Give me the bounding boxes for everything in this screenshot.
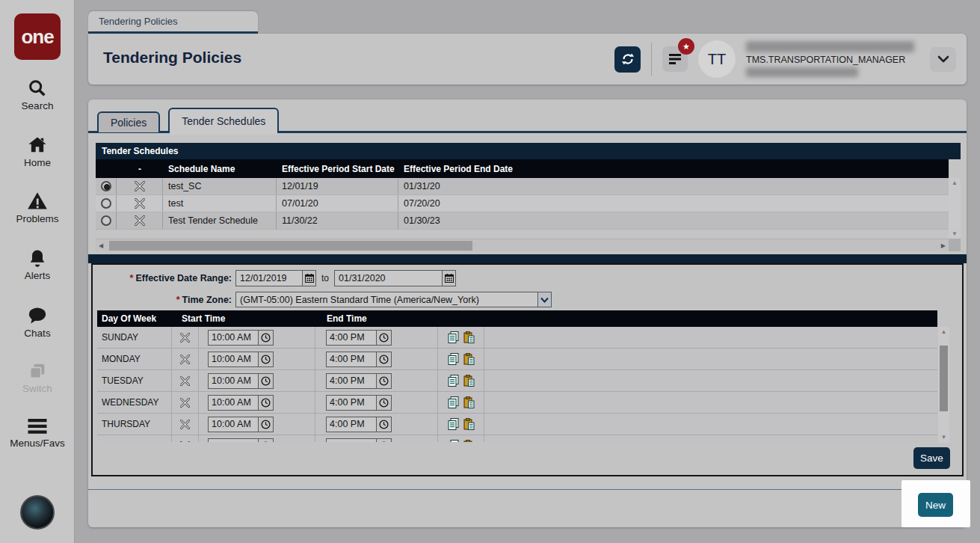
start-time-clock-button[interactable] xyxy=(259,330,274,346)
user-avatar-initials[interactable]: TT xyxy=(698,40,736,78)
paste-icon[interactable] xyxy=(463,440,475,442)
time-zone-text: Time Zone: xyxy=(182,295,232,305)
clear-row-icon[interactable] xyxy=(180,355,190,364)
vertical-scroll-thumb[interactable] xyxy=(940,346,948,411)
end-time-input[interactable] xyxy=(326,395,377,411)
start-time-input[interactable] xyxy=(208,395,259,411)
day-row: FRIDAY xyxy=(97,435,937,442)
scroll-right-icon[interactable]: ▶ xyxy=(941,242,946,249)
vertical-scrollbar[interactable]: ▲ ▼ xyxy=(949,178,961,239)
save-button[interactable]: Save xyxy=(913,447,950,469)
user-profile-avatar[interactable] xyxy=(20,495,55,530)
end-time-clock-button[interactable] xyxy=(377,330,392,346)
paste-icon[interactable] xyxy=(463,331,475,343)
clear-row-icon[interactable] xyxy=(180,333,190,343)
horizontal-scrollbar[interactable]: ◀ ▶ xyxy=(96,239,949,251)
end-time-input[interactable] xyxy=(326,373,377,389)
day-table-vertical-scrollbar[interactable]: ▲ ▼ xyxy=(938,327,949,443)
end-time-clock-button[interactable] xyxy=(377,373,392,389)
table-row[interactable]: test_SC 12/01/19 01/31/20 xyxy=(96,178,949,195)
clear-row-icon[interactable] xyxy=(180,441,190,443)
col-end-time: End Time xyxy=(315,313,367,324)
start-time-clock-button[interactable] xyxy=(259,417,274,432)
sidebar-item-home[interactable]: Home xyxy=(0,135,75,168)
copy-icon[interactable] xyxy=(448,396,459,408)
tab-tender-schedules[interactable]: Tender Schedules xyxy=(168,108,279,132)
sidebar-item-chats[interactable]: Chats xyxy=(0,305,75,339)
sidebar-item-problems[interactable]: Problems xyxy=(0,191,75,224)
paste-icon[interactable] xyxy=(463,375,475,387)
cell-day: FRIDAY xyxy=(97,435,172,442)
clock-icon xyxy=(261,355,271,364)
end-date-input[interactable] xyxy=(334,270,443,286)
end-time-clock-button[interactable] xyxy=(377,395,392,411)
copy-icon[interactable] xyxy=(448,375,459,387)
horizontal-scroll-thumb[interactable] xyxy=(109,241,472,251)
start-time-clock-button[interactable] xyxy=(259,373,274,389)
sidebar-item-menus-favs[interactable]: Menus/Favs xyxy=(0,417,75,449)
copy-icon[interactable] xyxy=(448,440,459,442)
clear-row-icon[interactable] xyxy=(180,376,190,386)
user-menu-button[interactable] xyxy=(930,47,956,72)
end-time-input[interactable] xyxy=(326,417,377,432)
clear-row-icon[interactable] xyxy=(180,398,190,408)
chevron-down-icon xyxy=(937,55,949,63)
scroll-up-icon[interactable]: ▲ xyxy=(952,180,958,186)
paste-icon[interactable] xyxy=(463,418,475,430)
delete-row-icon[interactable] xyxy=(135,181,145,191)
end-date-calendar-button[interactable] xyxy=(443,270,456,286)
start-time-clock-button[interactable] xyxy=(259,395,274,411)
start-time-input[interactable] xyxy=(208,417,259,432)
delete-row-icon[interactable] xyxy=(135,215,145,226)
workspace-tab[interactable]: Tendering Policies xyxy=(88,11,258,34)
delete-row-icon[interactable] xyxy=(135,198,145,209)
row-radio-selected[interactable] xyxy=(101,181,111,191)
paste-icon[interactable] xyxy=(463,353,475,365)
row-radio[interactable] xyxy=(101,198,111,209)
time-zone-select[interactable]: (GMT-05:00) Eastern Standard Time (Ameri… xyxy=(235,292,552,307)
cell-start-date: 07/01/20 xyxy=(277,195,398,212)
copy-icon[interactable] xyxy=(448,418,459,430)
table-row[interactable]: test 07/01/20 07/20/20 xyxy=(96,195,949,212)
tab-bar: Policies Tender Schedules xyxy=(97,108,279,132)
end-time-clock-button[interactable] xyxy=(377,352,392,367)
clear-row-icon[interactable] xyxy=(180,420,190,429)
end-time-clock-button[interactable] xyxy=(377,417,392,432)
cell-end-date: 01/31/20 xyxy=(398,178,949,194)
tender-schedules-panel-title: Tender Schedules xyxy=(96,143,961,159)
end-time-input[interactable] xyxy=(326,352,377,367)
end-time-input[interactable] xyxy=(326,438,377,443)
new-button[interactable]: New xyxy=(918,493,953,517)
one-network-logo[interactable]: one xyxy=(14,13,61,60)
paste-icon[interactable] xyxy=(463,396,475,408)
sidebar-item-search[interactable]: Search xyxy=(0,78,75,111)
start-time-input[interactable] xyxy=(208,330,259,346)
redacted-user-org xyxy=(746,67,858,77)
end-time-clock-button[interactable] xyxy=(377,438,392,443)
select-chevron-wrap[interactable] xyxy=(537,292,551,307)
sidebar-item-alerts[interactable]: Alerts xyxy=(0,248,75,281)
scroll-down-icon[interactable]: ▼ xyxy=(941,435,947,441)
start-time-input[interactable] xyxy=(208,438,259,443)
scroll-down-icon[interactable]: ▼ xyxy=(952,231,958,237)
table-row[interactable]: Test Tender Schedule 11/30/22 01/30/23 xyxy=(96,212,949,230)
start-date-input[interactable] xyxy=(235,270,303,286)
start-time-input[interactable] xyxy=(208,373,259,389)
start-time-clock-button[interactable] xyxy=(259,438,274,443)
col-schedule-name: Schedule Name xyxy=(163,159,277,178)
cell-start-date: 11/30/22 xyxy=(277,212,398,229)
screen: { "page": { "browser_tab": "Tendering Po… xyxy=(0,0,980,543)
home-icon xyxy=(27,135,48,156)
scroll-up-icon[interactable]: ▲ xyxy=(941,329,947,335)
row-radio[interactable] xyxy=(101,215,111,226)
tab-policies[interactable]: Policies xyxy=(97,111,160,132)
copy-icon[interactable] xyxy=(448,353,459,365)
copy-icon[interactable] xyxy=(448,331,459,343)
start-date-calendar-button[interactable] xyxy=(303,270,316,286)
start-time-clock-button[interactable] xyxy=(259,352,274,367)
day-of-week-table: Day Of Week Start Time End Time SUNDAY xyxy=(97,310,937,442)
end-time-input[interactable] xyxy=(326,330,377,346)
refresh-button[interactable] xyxy=(614,46,641,73)
start-time-input[interactable] xyxy=(208,352,259,367)
scroll-left-icon[interactable]: ◀ xyxy=(99,242,103,249)
